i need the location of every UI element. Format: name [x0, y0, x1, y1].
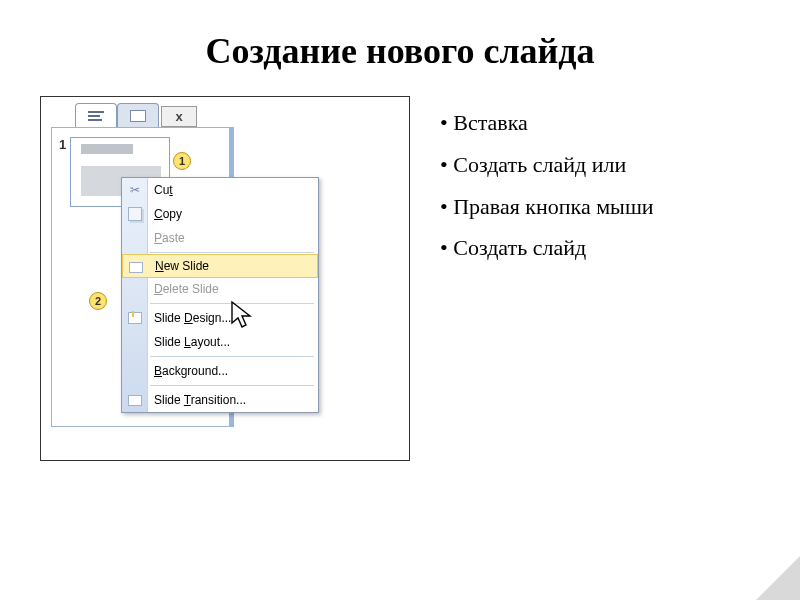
menu-item-label: Slide Layout...	[154, 335, 230, 349]
menu-separator	[150, 356, 314, 357]
menu-item-slide-design[interactable]: Slide Design...	[122, 306, 318, 330]
new-slide-icon	[127, 258, 145, 276]
screenshot-frame: x 1 1 2 CutCopyPasteNew SlideDelete Slid…	[40, 96, 410, 461]
tab-bar: x	[75, 103, 197, 127]
menu-item-label: Background...	[154, 364, 228, 378]
menu-item-background[interactable]: Background...	[122, 359, 318, 383]
menu-item-label: Slide Transition...	[154, 393, 246, 407]
menu-item-cut[interactable]: Cut	[122, 178, 318, 202]
tab-slides[interactable]	[117, 103, 159, 127]
transition-icon	[126, 391, 144, 409]
menu-item-copy[interactable]: Copy	[122, 202, 318, 226]
menu-item-label: Delete Slide	[154, 282, 219, 296]
bullet-item: Создать слайд	[440, 227, 654, 269]
menu-item-label: New Slide	[155, 259, 209, 273]
menu-item-label: Paste	[154, 231, 185, 245]
page-corner-decor	[756, 556, 800, 600]
design-icon	[126, 309, 144, 327]
menu-item-label: Cut	[154, 183, 173, 197]
menu-item-label: Slide Design...	[154, 311, 231, 325]
tab-outline[interactable]	[75, 103, 117, 127]
bullet-item: Правая кнопка мыши	[440, 186, 654, 228]
callout-marker-1: 1	[173, 152, 191, 170]
close-pane-button[interactable]: x	[161, 106, 197, 127]
menu-item-slide-transition[interactable]: Slide Transition...	[122, 388, 318, 412]
outline-icon	[88, 111, 104, 121]
menu-separator	[150, 385, 314, 386]
bullet-item: Вставка	[440, 102, 654, 144]
context-menu: CutCopyPasteNew SlideDelete SlideSlide D…	[121, 177, 319, 413]
cursor-icon	[231, 301, 257, 331]
menu-item-paste: Paste	[122, 226, 318, 250]
page-title: Создание нового слайда	[0, 30, 800, 72]
scissors-icon	[126, 181, 144, 199]
slide-icon	[130, 110, 146, 122]
svg-marker-0	[232, 302, 250, 327]
slide-number: 1	[59, 137, 66, 152]
menu-item-slide-layout[interactable]: Slide Layout...	[122, 330, 318, 354]
menu-separator	[150, 252, 314, 253]
menu-item-delete-slide: Delete Slide	[122, 277, 318, 301]
copy-icon	[126, 205, 144, 223]
menu-item-label: Copy	[154, 207, 182, 221]
callout-marker-2: 2	[89, 292, 107, 310]
bullet-list: ВставкаСоздать слайд илиПравая кнопка мы…	[440, 102, 654, 461]
bullet-item: Создать слайд или	[440, 144, 654, 186]
menu-item-new-slide[interactable]: New Slide	[122, 254, 318, 278]
content-row: x 1 1 2 CutCopyPasteNew SlideDelete Slid…	[0, 96, 800, 461]
